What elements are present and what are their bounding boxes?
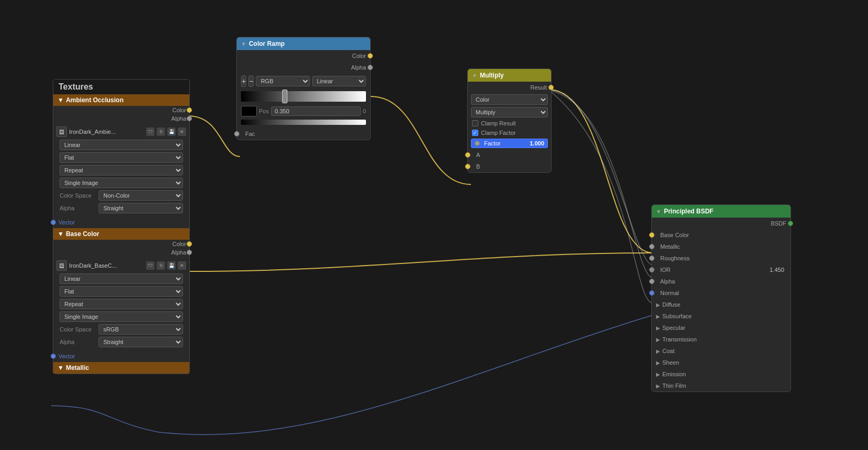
cr-add-btn[interactable]: + (241, 75, 246, 87)
principled-subsurface-row: ▶ Subsurface (652, 310, 790, 322)
multiply-header: ▼ Multiply (468, 69, 551, 82)
principled-metallic-row: Metallic (652, 241, 790, 252)
multiply-a-row: A (468, 149, 551, 161)
bc-copy-btn[interactable]: ⎘ (157, 261, 165, 270)
bc-alpha-socket (187, 250, 192, 255)
cr-gradient-bar[interactable] (241, 91, 366, 102)
cr-remove-btn[interactable]: − (248, 75, 254, 87)
principled-diffuse-row: ▶ Diffuse (652, 299, 790, 310)
ao-extension-row[interactable]: Repeat (56, 164, 186, 177)
ao-projection-row[interactable]: Flat (56, 151, 186, 164)
multiply-clamp-result-row: Clamp Result (468, 119, 551, 128)
principled-specular-row: ▶ Specular (652, 322, 790, 334)
principled-emission-arrow[interactable]: ▶ (656, 371, 660, 377)
cr-gradient-handle[interactable] (282, 90, 287, 103)
multiply-color-row[interactable]: Color (468, 93, 551, 106)
principled-transmission-arrow[interactable]: ▶ (656, 337, 660, 343)
ao-alpha-select[interactable]: Straight (99, 203, 183, 213)
bc-colorspace-row: Color Space sRGB (56, 323, 186, 336)
principled-normal-socket (649, 290, 654, 296)
principled-coat-arrow[interactable]: ▶ (656, 348, 660, 354)
color-ramp-node: ▼ Color Ramp Color Alpha + − RGB Linear … (236, 37, 371, 140)
cr-controls: Pos 0.350 0 (237, 104, 370, 119)
principled-thin-film-arrow[interactable]: ▶ (656, 383, 660, 389)
bc-projection-select[interactable]: Flat (60, 286, 183, 297)
ao-interpolation-select[interactable]: Linear (60, 140, 183, 150)
bc-interpolation-row[interactable]: Linear (56, 272, 186, 285)
principled-normal-row: Normal (652, 287, 790, 299)
ao-extension-select[interactable]: Repeat (60, 165, 183, 175)
cr-toolbar: + − RGB Linear (237, 73, 370, 89)
principled-coat-row: ▶ Coat (652, 345, 790, 357)
cr-interpolation-select[interactable]: Linear (312, 76, 366, 86)
principled-diffuse-arrow[interactable]: ▶ (656, 302, 660, 308)
bc-image-block: 🖼 IronDark_BaseC... 🛡 ⎘ 💾 ✕ Linear Flat … (53, 257, 189, 350)
principled-base-color-row: Base Color (652, 229, 790, 241)
metallic-section-header: ▼ Metallic (53, 362, 189, 374)
bc-source-select[interactable]: Single Image (60, 311, 183, 322)
multiply-color-select[interactable]: Color (471, 94, 548, 105)
bc-close-btn[interactable]: ✕ (178, 261, 186, 270)
ao-projection-select[interactable]: Flat (60, 152, 183, 163)
principled-bsdf-socket (788, 221, 793, 226)
bc-source-row[interactable]: Single Image (56, 310, 186, 323)
ao-copy-btn[interactable]: ⎘ (157, 128, 165, 136)
ao-close-btn[interactable]: ✕ (178, 128, 186, 136)
ao-image-block: 🖼 IronDark_Ambie... 🛡 ⎘ 💾 ✕ Linear Flat … (53, 123, 189, 217)
bc-alpha-select[interactable]: Straight (99, 337, 183, 347)
principled-emission-row: ▶ Emission (652, 368, 790, 380)
ao-image-row: 🖼 IronDark_Ambie... 🛡 ⎘ 💾 ✕ (56, 125, 186, 139)
metallic-chevron: ▼ (57, 364, 64, 371)
cr-alpha-output: Alpha (237, 62, 370, 73)
principled-specular-arrow[interactable]: ▶ (656, 325, 660, 331)
bc-extension-row[interactable]: Repeat (56, 298, 186, 310)
multiply-node: ▼ Multiply Result Color Multiply Clamp R… (467, 69, 552, 173)
cr-alpha-socket (368, 65, 373, 70)
multiply-clamp-result-checkbox[interactable] (472, 120, 478, 126)
principled-sheen-row: ▶ Sheen (652, 357, 790, 368)
ao-source-row[interactable]: Single Image (56, 177, 186, 189)
ao-shield-btn[interactable]: 🛡 (146, 128, 155, 136)
color-ramp-header: ▼ Color Ramp (237, 37, 370, 50)
bc-shield-btn[interactable]: 🛡 (146, 261, 155, 270)
ao-source-select[interactable]: Single Image (60, 178, 183, 188)
ao-alpha-socket (187, 116, 192, 121)
ao-img-icon: 🖼 (56, 126, 67, 137)
ao-colorspace-select[interactable]: Non-Color (99, 190, 183, 201)
principled-bsdf-output: BSDF (652, 218, 790, 229)
bc-projection-row[interactable]: Flat (56, 285, 186, 298)
ao-vector-socket (51, 220, 56, 225)
principled-roughness-row: Roughness (652, 252, 790, 264)
cr-color-box[interactable] (241, 106, 257, 116)
bc-extension-select[interactable]: Repeat (60, 299, 183, 309)
bc-vector-socket (51, 354, 56, 359)
principled-base-color-socket (649, 232, 654, 238)
ao-interpolation-row[interactable]: Linear (56, 139, 186, 151)
bc-interpolation-select[interactable]: Linear (60, 273, 183, 284)
ao-alpha-row: Alpha (53, 114, 189, 123)
multiply-factor-row: Factor 1.000 (471, 139, 548, 148)
bc-color-row: Color (53, 240, 189, 248)
multiply-blend-select[interactable]: Multiply (471, 107, 548, 118)
bc-vector-row: Vector (53, 350, 189, 362)
textures-panel: Textures ▼ Ambient Occlusion Color Alpha… (53, 79, 190, 374)
multiply-result-row: Result (468, 82, 551, 93)
multiply-b-row: B (468, 161, 551, 172)
cr-pos-value[interactable]: 0.350 (271, 106, 361, 116)
textures-title: Textures (53, 80, 189, 94)
principled-roughness-socket (649, 256, 654, 261)
multiply-clamp-factor-checkbox[interactable]: ✓ (472, 130, 478, 136)
principled-sheen-arrow[interactable]: ▶ (656, 360, 660, 366)
bc-save-btn[interactable]: 💾 (167, 261, 176, 270)
ao-save-btn[interactable]: 💾 (167, 128, 176, 136)
ambient-occlusion-header: ▼ Ambient Occlusion (53, 94, 189, 106)
principled-alpha-row: Alpha (652, 276, 790, 287)
ao-color-socket (187, 107, 192, 113)
ao-alpha-setting-row: Alpha Straight (56, 202, 186, 214)
multiply-blend-row[interactable]: Multiply (468, 106, 551, 119)
cr-mode-select[interactable]: RGB (256, 76, 310, 86)
bc-alpha-row: Alpha (53, 248, 189, 257)
bc-colorspace-select[interactable]: sRGB (99, 324, 183, 335)
principled-metallic-socket (649, 244, 654, 249)
principled-subsurface-arrow[interactable]: ▶ (656, 314, 660, 319)
